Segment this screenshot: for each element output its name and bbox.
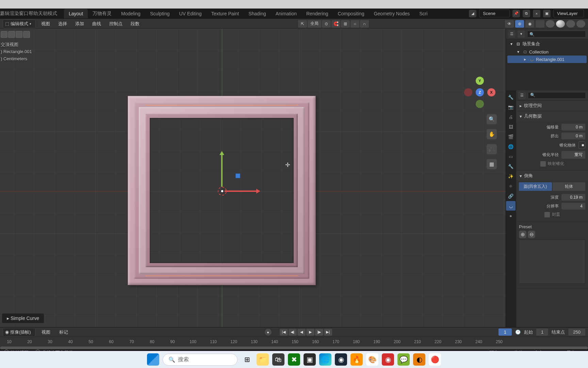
tab-objectdata-icon[interactable]: ◡ xyxy=(506,201,516,211)
tab-modifier-icon[interactable]: 🔧 xyxy=(506,162,516,171)
app2-icon[interactable]: 🔥 xyxy=(350,353,363,366)
menu-render[interactable]: 渲染 xyxy=(10,11,19,17)
nav-y-neg-icon[interactable] xyxy=(476,100,484,108)
prop-mode-icon[interactable]: ☰ xyxy=(518,92,526,99)
snap-icon[interactable]: 🧲 xyxy=(331,20,340,28)
steam-icon[interactable]: ◉ xyxy=(335,353,347,366)
sec-texture-space[interactable]: ▸纹理空间 xyxy=(516,101,588,111)
app5-icon[interactable]: 🔴 xyxy=(429,353,441,366)
xray-icon[interactable] xyxy=(536,20,544,28)
ws-sculpting[interactable]: Sculpting xyxy=(145,9,175,18)
blender-icon[interactable]: ◐ xyxy=(413,353,425,366)
taskview-icon[interactable]: ⊞ xyxy=(241,353,253,366)
tl-marker[interactable]: 标记 xyxy=(56,328,71,337)
app4-icon[interactable]: ◉ xyxy=(382,353,394,366)
proportional-icon[interactable]: ○ xyxy=(350,20,359,28)
scene-name[interactable]: Scene xyxy=(479,10,510,17)
snap-type-icon[interactable]: ⊞ xyxy=(341,20,350,28)
start-button[interactable] xyxy=(147,353,159,366)
offset-input[interactable]: 0 m xyxy=(561,124,585,131)
outliner-display-icon[interactable]: ▾ xyxy=(518,30,525,38)
autokey-icon[interactable]: ● xyxy=(265,329,272,336)
taskbar-search[interactable]: 🔍 搜索 xyxy=(163,354,238,366)
sel-icon-4[interactable] xyxy=(23,31,30,38)
disclosure-icon[interactable]: ▸ xyxy=(522,57,528,62)
app3-icon[interactable]: 🎨 xyxy=(366,353,378,366)
viewlayer-browse-icon[interactable]: ▣ xyxy=(543,10,551,17)
wechat-icon[interactable]: 💬 xyxy=(397,353,410,366)
gizmo-x-axis[interactable] xyxy=(225,190,259,192)
taper-radius-input[interactable]: 重写 xyxy=(561,151,585,159)
taper-map-checkbox[interactable] xyxy=(540,161,546,167)
end-frame[interactable]: 250 xyxy=(568,328,585,336)
ws-scripting[interactable]: Scri xyxy=(414,9,432,18)
visibility-icon[interactable]: 👁 xyxy=(505,20,514,28)
taper-object-picker[interactable]: ■ xyxy=(578,141,585,149)
ws-layout[interactable]: Layout xyxy=(64,9,88,18)
ws-animation[interactable]: Animation xyxy=(271,9,301,18)
timeline-mode[interactable]: ◉抠像(插帧) xyxy=(3,328,35,337)
jump-start-icon[interactable]: |◀ xyxy=(280,329,288,336)
outliner-collection-row[interactable]: ▾ □ Collection xyxy=(507,48,587,56)
scene-copy-icon[interactable]: ⧉ xyxy=(523,10,530,17)
pan-icon[interactable]: ✋ xyxy=(487,129,497,139)
timeline-scrollbar[interactable] xyxy=(0,347,588,349)
ws-shading[interactable]: Shading xyxy=(244,9,271,18)
menu-window[interactable]: 窗口 xyxy=(19,11,29,17)
scene-del-icon[interactable]: × xyxy=(533,10,540,17)
depth-input[interactable]: 0.19 m xyxy=(561,194,585,201)
tab-constraints-icon[interactable]: 🔗 xyxy=(506,191,516,201)
outliner-mode-icon[interactable]: ☰ xyxy=(508,30,516,38)
app-icon[interactable]: ▣ xyxy=(304,353,316,366)
hdr-curve[interactable]: 曲线 xyxy=(89,19,104,28)
edge-select-icon[interactable] xyxy=(8,31,15,38)
nav-x-neg-icon[interactable] xyxy=(464,88,472,96)
gizmo-xy-plane[interactable] xyxy=(235,173,240,178)
explorer-icon[interactable]: 📁 xyxy=(257,353,269,366)
tab-object-icon[interactable]: ▭ xyxy=(506,152,516,161)
navigation-gizmo[interactable]: Y Z X xyxy=(464,77,495,108)
play-rev-icon[interactable]: ◀ xyxy=(297,329,306,336)
gizmo-y-axis[interactable] xyxy=(221,153,223,187)
solid-shade-icon[interactable] xyxy=(556,20,565,28)
resolution-input[interactable]: 4 xyxy=(561,203,585,210)
disclosure-icon[interactable]: ▾ xyxy=(516,49,521,55)
edge-icon[interactable]: 🌐 xyxy=(319,353,331,366)
nav-x-icon[interactable]: X xyxy=(487,88,495,96)
orientation-label[interactable]: 全局 xyxy=(308,20,321,28)
sec-geometry[interactable]: ▾几何数据 xyxy=(516,111,588,121)
ws-compositing[interactable]: Compositing xyxy=(333,9,369,18)
gizmo-toggle-icon[interactable]: ⊕ xyxy=(515,20,524,28)
menu-edit[interactable]: 纂辑 xyxy=(0,11,10,17)
preset-remove-icon[interactable]: ⊖ xyxy=(528,231,535,238)
ws-rendering[interactable]: Rendering xyxy=(301,9,333,18)
tab-viewlayer-icon[interactable]: 🖼 xyxy=(506,122,516,132)
nav-y-icon[interactable]: Y xyxy=(476,77,484,85)
start-frame[interactable]: 1 xyxy=(536,328,548,336)
hdr-ctrl[interactable]: 控制点 xyxy=(107,19,125,28)
pivot-icon[interactable]: ⊙ xyxy=(322,20,331,28)
zoom-icon[interactable]: 🔍 xyxy=(487,114,497,124)
ws-1[interactable]: 万物有灵 xyxy=(88,9,116,19)
tab-physics-icon[interactable]: ⚛ xyxy=(506,181,516,191)
tab-tool-icon[interactable]: 🔧 xyxy=(506,92,516,102)
3d-viewport[interactable]: 交顶视图 ) Rectangle.001 ) Centimeters ✛ Y Z xyxy=(0,29,506,327)
prop-search[interactable]: 🔍 xyxy=(528,92,586,99)
scene-pin-icon[interactable]: 📌 xyxy=(512,10,520,17)
ws-texture[interactable]: Texture Paint xyxy=(207,9,244,18)
bevel-profile-curve[interactable] xyxy=(519,240,585,284)
ws-geonodes[interactable]: Geometry Nodes xyxy=(369,9,414,18)
overlay-icon[interactable]: ◉ xyxy=(525,20,534,28)
fill-caps-checkbox[interactable] xyxy=(544,212,550,217)
vert-select-icon[interactable] xyxy=(1,31,7,38)
tab-material-icon[interactable]: ● xyxy=(506,211,516,220)
extrude-input[interactable]: 0 m xyxy=(561,133,585,139)
keyframe-prev-icon[interactable]: ◀| xyxy=(289,329,297,336)
nav-z-icon[interactable]: Z xyxy=(476,88,484,96)
jump-end-icon[interactable]: ▶| xyxy=(324,329,332,336)
play-icon[interactable]: ▶ xyxy=(306,329,314,336)
store-icon[interactable]: 🛍 xyxy=(272,353,284,366)
bevel-profile-btn[interactable]: 轮体 xyxy=(553,182,586,191)
bevel-round-btn[interactable]: 圆(四舍五入) xyxy=(519,182,552,191)
ws-uv[interactable]: UV Editing xyxy=(174,9,206,18)
